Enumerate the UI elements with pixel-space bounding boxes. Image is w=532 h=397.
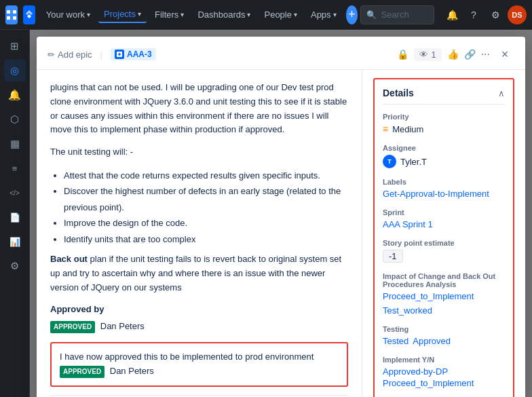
svg-rect-3	[13, 16, 16, 20]
testing-field: Testing Tested Approved	[383, 325, 505, 346]
impact-tags: Proceed_to_Implement Test_worked	[383, 291, 505, 316]
labels-value[interactable]: Get-Approval-to-Implement	[383, 189, 489, 199]
sprint-field: Sprint AAA Sprint 1	[383, 208, 505, 229]
back-out-paragraph: Back out plan if the unit testing fails …	[50, 252, 348, 295]
sidebar-icon-code[interactable]: </>	[4, 182, 26, 204]
divider: |	[100, 50, 102, 60]
more-options-icon[interactable]: ···	[481, 48, 490, 60]
implement-links: Approved-by-DP Proceed_to_Implement	[383, 366, 505, 388]
main-layout: ⊞ ◎ 🔔 ⬡ ▦ ≡ </> 📄 📊 ⚙ ✏ Add epic |	[0, 30, 532, 397]
impact-tag-0[interactable]: Proceed_to_Implement	[383, 291, 474, 301]
chevron-down-icon: ▾	[87, 11, 90, 18]
story-point-label: Story point estimate	[383, 239, 505, 247]
details-panel: Details ∧ Priority ≡ Medium	[373, 78, 514, 397]
implement-link-0[interactable]: Approved-by-DP	[383, 366, 505, 377]
share-icon[interactable]: 🔗	[464, 49, 476, 60]
svg-rect-2	[7, 16, 10, 20]
nav-your-work[interactable]: Your work ▾	[41, 7, 96, 22]
approver-name: Dan Peters	[100, 321, 145, 331]
lock-icon[interactable]: 🔒	[397, 49, 408, 60]
list-item: Identify units that are too complex	[64, 231, 348, 247]
details-header: Details ∧	[383, 88, 505, 105]
chevron-down-icon: ▾	[180, 11, 184, 18]
approved-badge: APPROVED	[50, 321, 95, 333]
sidebar-icon-list[interactable]: ≡	[4, 157, 26, 179]
list-item: Attest that the code returns expected re…	[64, 168, 348, 183]
sidebar-icon-pages[interactable]: 📄	[4, 206, 26, 228]
unit-testing-label: The unit testing will: -	[50, 145, 348, 159]
modal-overlay: ✏ Add epic | AAA-3	[30, 30, 532, 397]
sidebar-icon-settings[interactable]: ⚙	[4, 255, 26, 277]
create-button[interactable]: +	[346, 5, 358, 24]
sprint-value[interactable]: AAA Sprint 1	[383, 219, 433, 229]
nav-dashboards[interactable]: Dashboards ▾	[192, 7, 256, 22]
issue-modal: ✏ Add epic | AAA-3	[37, 37, 525, 397]
search-input[interactable]	[381, 10, 428, 20]
notifications-icon[interactable]: 🔔	[442, 5, 461, 24]
sidebar-icon-board[interactable]: ▦	[4, 133, 26, 155]
chevron-down-icon: ▾	[333, 11, 337, 18]
pencil-icon: ✏	[48, 50, 55, 60]
assignee-value-row[interactable]: T Tyler.T	[383, 155, 505, 168]
issue-id-badge[interactable]: AAA-3	[111, 48, 156, 60]
impact-label: Impact of Change and Back Out Procedures…	[383, 272, 505, 288]
thumbs-up-icon[interactable]: 👍	[447, 49, 459, 60]
sidebar-icon-project[interactable]: ⬡	[4, 109, 26, 130]
modal-header-right: 🔒 👁 1 👍 🔗 ··· ×	[397, 45, 514, 64]
nav-apps[interactable]: Apps ▾	[305, 7, 342, 22]
approver-line: APPROVED Dan Peters	[50, 320, 348, 334]
body-paragraph: plugins that can not be used. I will be …	[50, 81, 348, 137]
labels-label: Labels	[383, 178, 505, 186]
nav-right-icons: 🔔 ? ⚙ DS	[442, 5, 527, 24]
eye-icon: 👁	[419, 50, 428, 60]
modal-left-panel: plugins that can not be used. I will be …	[37, 70, 362, 397]
impact-tag-1[interactable]: Test_worked	[383, 305, 432, 316]
list-item: Improve the design of the code.	[64, 215, 348, 231]
implement-field: Implement Y/N Approved-by-DP Proceed_to_…	[383, 356, 505, 388]
modal-header-left: ✏ Add epic | AAA-3	[48, 48, 392, 60]
highlight-approved-badge: APPROVED	[60, 366, 104, 378]
svg-rect-0	[7, 10, 10, 14]
testing-tag-1[interactable]: Approved	[413, 336, 451, 346]
project-background: ✏ Add epic | AAA-3	[30, 30, 532, 397]
details-chevron-icon[interactable]: ∧	[498, 88, 505, 98]
priority-field: Priority ≡ Medium	[383, 113, 505, 134]
assignee-name: Tyler.T	[400, 157, 427, 167]
assignee-avatar: T	[383, 155, 396, 168]
priority-value: Medium	[392, 124, 423, 134]
sidebar-icon-bell[interactable]: 🔔	[4, 84, 26, 106]
settings-icon[interactable]: ⚙	[486, 5, 505, 24]
search-bar[interactable]: 🔍	[360, 5, 434, 24]
jira-logo[interactable]	[23, 5, 35, 24]
sidebar-icon-search[interactable]: ◎	[4, 60, 26, 81]
user-avatar[interactable]: DS	[508, 5, 527, 24]
nav-people[interactable]: People ▾	[259, 7, 302, 22]
top-navigation: Your work ▾ Projects ▾ Filters ▾ Dashboa…	[0, 0, 532, 30]
story-point-value[interactable]: -1	[383, 250, 403, 263]
story-point-field: Story point estimate -1	[383, 239, 505, 263]
modal-body: plugins that can not be used. I will be …	[37, 70, 525, 397]
details-title: Details	[383, 88, 414, 98]
approved-by-section: Approved by	[50, 303, 348, 317]
testing-tag-0[interactable]: Tested	[383, 336, 408, 346]
watch-button[interactable]: 👁 1	[414, 48, 441, 61]
priority-icon: ≡	[383, 124, 388, 134]
priority-value-row[interactable]: ≡ Medium	[383, 124, 505, 134]
list-item: Discover the highest number of defects i…	[64, 183, 348, 215]
assignee-label: Assignee	[383, 144, 505, 152]
highlight-approval-box: I have now approved this to be implement…	[50, 342, 348, 387]
approved-by-label: Approved by	[50, 304, 104, 314]
testing-tags: Tested Approved	[383, 336, 505, 346]
chevron-down-icon: ▾	[138, 10, 141, 18]
app-grid-icon[interactable]	[5, 5, 18, 24]
add-epic-button[interactable]: ✏ Add epic	[48, 50, 92, 60]
help-icon[interactable]: ?	[464, 5, 483, 24]
priority-label: Priority	[383, 113, 505, 121]
nav-projects[interactable]: Projects ▾	[98, 6, 147, 23]
left-sidebar: ⊞ ◎ 🔔 ⬡ ▦ ≡ </> 📄 📊 ⚙	[0, 30, 30, 397]
sidebar-icon-reports[interactable]: 📊	[4, 231, 26, 252]
sidebar-icon-home[interactable]: ⊞	[4, 35, 26, 57]
nav-filters[interactable]: Filters ▾	[149, 7, 189, 22]
implement-link-1[interactable]: Proceed_to_Implement	[383, 378, 505, 388]
close-button[interactable]: ×	[495, 45, 514, 64]
